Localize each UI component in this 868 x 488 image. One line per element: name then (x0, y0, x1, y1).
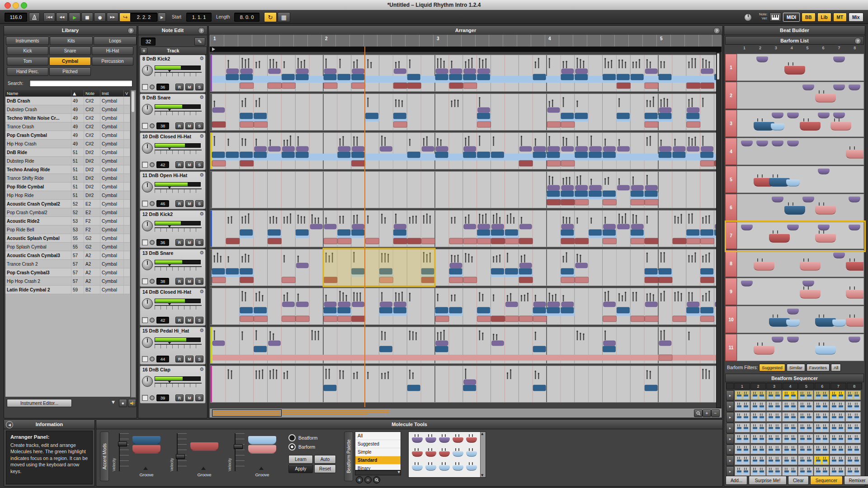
zoom-out-button[interactable]: − (711, 409, 720, 417)
palette-glyph[interactable] (439, 437, 450, 443)
sequencer-cell[interactable] (830, 434, 845, 443)
sequencer-row-play-button[interactable]: ▸ (726, 455, 734, 466)
sequencer-cell[interactable] (735, 423, 750, 432)
sequencer-cell[interactable] (814, 445, 829, 454)
column-header-sort[interactable]: ▲ (71, 90, 84, 96)
auto-button[interactable]: Auto (314, 455, 336, 464)
beat-builder-button[interactable]: BB (802, 13, 815, 22)
note-value-display[interactable]: 36 (156, 84, 169, 90)
sequencer-cell[interactable] (782, 423, 797, 432)
slider-handle[interactable] (168, 380, 171, 383)
record-arm-button[interactable]: R (175, 317, 184, 324)
wrench-icon[interactable]: ⚙ (199, 133, 204, 139)
learn-button[interactable]: Learn (288, 455, 313, 464)
arranger-vscrollbar-thumb[interactable] (717, 53, 719, 80)
slider-handle[interactable] (168, 264, 171, 267)
instrument-editor-button[interactable]: Instrument Editor... (7, 399, 72, 407)
record-arm-button[interactable]: R (175, 161, 184, 168)
mute-button[interactable]: M (185, 278, 193, 285)
apply-button[interactable]: Apply (288, 465, 313, 473)
palette-zoom-button[interactable] (373, 476, 380, 483)
library-row[interactable]: Acoustic Splash Cymbal55G2Cymbal (5, 234, 130, 243)
wrench-icon[interactable]: ⚙ (199, 328, 204, 333)
velocity-slider[interactable] (235, 433, 245, 471)
category-snare[interactable]: Snare (49, 47, 91, 55)
sequencer-cell[interactable] (782, 434, 797, 443)
barform-row[interactable] (737, 222, 864, 249)
wrench-icon[interactable]: ⚙ (199, 94, 204, 100)
rewind-button[interactable]: ◀◀ (56, 13, 68, 22)
slider-handle[interactable] (168, 70, 171, 72)
library-row[interactable]: Techno Analog Ride51D#2Cymbal (5, 165, 130, 174)
slider-handle[interactable] (168, 186, 171, 189)
track-knob[interactable] (142, 259, 153, 270)
preview-volume-button[interactable] (128, 399, 136, 407)
velocity-slider-handle[interactable] (234, 444, 243, 449)
track-header[interactable]: 12 DnB Kick2⚙36RMS (140, 210, 206, 248)
track-slider[interactable] (155, 383, 202, 387)
category-tom[interactable]: Tom (7, 57, 48, 66)
sequencer-cell[interactable] (830, 423, 845, 432)
sequencer-cell[interactable] (750, 434, 766, 443)
category-cymbal[interactable]: Cymbal (49, 57, 91, 66)
slider-handle[interactable] (168, 303, 171, 305)
slider-handle[interactable] (168, 225, 171, 228)
beatform-palette-grid[interactable]: ▲ ▼ (408, 432, 486, 478)
arranger-marker-lane[interactable] (210, 47, 722, 52)
sequencer-row-play-button[interactable]: ▸ (726, 423, 734, 433)
record-arm-button[interactable]: R (175, 122, 184, 129)
solo-button[interactable]: S (195, 122, 203, 129)
wrench-icon[interactable]: ⚙ (199, 172, 204, 178)
track-slider[interactable] (155, 111, 202, 115)
filter-all[interactable]: All (831, 364, 841, 371)
metronome-button[interactable] (29, 13, 40, 22)
palette-filter-standard[interactable]: Standard (355, 456, 401, 465)
slider-handle[interactable] (168, 147, 171, 150)
scroll-down-icon[interactable]: ▼ (481, 474, 483, 477)
library-row[interactable]: Trance Crash49C#2Cymbal (5, 122, 130, 131)
sequencer-cell[interactable] (814, 412, 829, 422)
pencil-tool-button[interactable]: ✎ (194, 38, 205, 46)
palette-glyph[interactable] (466, 437, 477, 443)
palette-filter-all[interactable]: All (355, 432, 401, 440)
beatform-radio-row[interactable]: Beatform (288, 434, 318, 441)
sequencer-cell[interactable] (830, 455, 845, 465)
solo-button[interactable]: S (195, 356, 203, 362)
sequencer-cell[interactable] (798, 412, 813, 422)
palette-glyph[interactable] (412, 465, 423, 471)
play-button[interactable]: ▶ (69, 13, 80, 22)
palette-remove-button[interactable]: − (364, 476, 372, 483)
playhead[interactable] (364, 47, 365, 407)
loop-region-box[interactable] (212, 409, 282, 417)
sequencer-cell[interactable] (782, 455, 797, 465)
palette-glyph[interactable] (466, 451, 477, 457)
groove-slider-handle[interactable] (259, 467, 264, 470)
mute-button[interactable]: M (185, 394, 193, 401)
sequencer-cell[interactable] (735, 434, 750, 443)
filter-favorites[interactable]: Favorites (807, 364, 830, 371)
track-checkbox[interactable] (142, 317, 148, 323)
sequencer-cell[interactable] (845, 445, 861, 454)
sequencer-cell[interactable] (845, 401, 861, 411)
track-header[interactable]: 9 DnB Snare⚙38RMS (140, 94, 206, 131)
track-header[interactable]: 15 DnB Pedal Hi_Hat⚙44RMS (140, 327, 206, 365)
track-slider[interactable] (155, 305, 202, 310)
column-header-name[interactable]: Name (5, 90, 71, 96)
sequencer-cell[interactable] (830, 466, 845, 476)
sequencer-cell[interactable] (766, 401, 782, 411)
note-value-display[interactable]: 38 (156, 278, 169, 285)
category-hand-perc-[interactable]: Hand Perc. (7, 67, 48, 76)
tab-kits[interactable]: Kits (50, 37, 93, 45)
sequencer-cell[interactable] (814, 466, 829, 476)
library-row[interactable]: Hip Hop Crash 257A2Cymbal (5, 277, 130, 286)
sequencer-cell[interactable] (782, 412, 797, 422)
palette-glyph[interactable] (412, 451, 423, 457)
library-row[interactable]: Pop Ride Cymbal51D#2Cymbal (5, 183, 130, 191)
track-slider[interactable] (155, 266, 202, 271)
palette-glyph[interactable] (453, 465, 463, 471)
sequencer-cell[interactable] (830, 412, 845, 422)
sequencer-row-play-button[interactable]: ▸ (726, 445, 734, 455)
groove-slider-handle[interactable] (201, 467, 206, 470)
wrench-icon[interactable]: ⚙ (199, 289, 204, 295)
sequencer-cell[interactable] (798, 401, 813, 411)
